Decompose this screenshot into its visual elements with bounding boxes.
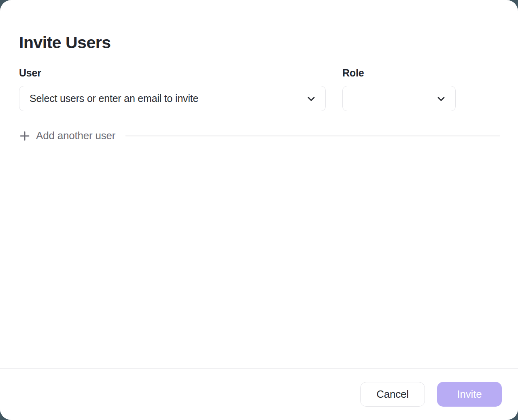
chevron-down-icon bbox=[306, 93, 316, 104]
plus-icon bbox=[19, 130, 30, 142]
user-field-label: User bbox=[19, 67, 326, 79]
invite-users-dialog: Invite Users User Select users or enter … bbox=[0, 0, 518, 420]
user-select-placeholder: Select users or enter an email to invite bbox=[30, 93, 198, 104]
invite-form-row: User Select users or enter an email to i… bbox=[19, 67, 456, 111]
add-another-user-row: Add another user bbox=[19, 129, 500, 142]
dialog-title: Invite Users bbox=[19, 33, 110, 52]
add-another-user-button[interactable]: Add another user bbox=[19, 129, 115, 142]
user-select[interactable]: Select users or enter an email to invite bbox=[19, 86, 326, 111]
role-field-label: Role bbox=[342, 67, 456, 79]
dialog-footer: Cancel Invite bbox=[0, 368, 518, 420]
row-divider bbox=[125, 136, 500, 136]
invite-button[interactable]: Invite bbox=[437, 382, 502, 407]
add-another-user-label: Add another user bbox=[36, 129, 115, 142]
user-field-group: User Select users or enter an email to i… bbox=[19, 67, 326, 111]
role-select[interactable] bbox=[342, 86, 456, 111]
role-field-group: Role bbox=[342, 67, 456, 111]
cancel-button[interactable]: Cancel bbox=[360, 382, 425, 407]
chevron-down-icon bbox=[436, 93, 446, 104]
